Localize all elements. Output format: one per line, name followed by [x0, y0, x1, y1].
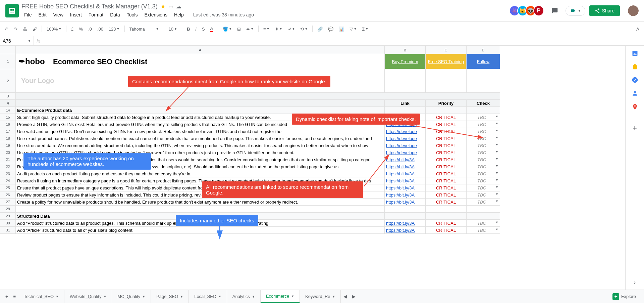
col-header-c[interactable]: C	[426, 46, 467, 54]
priority-cell[interactable]: CRITICAL	[426, 135, 467, 142]
name-box[interactable]: A76▼	[0, 38, 34, 44]
check-cell[interactable]: TBC ▼	[467, 191, 500, 199]
priority-cell[interactable]: CRITICAL	[426, 177, 467, 184]
row-header[interactable]: 19	[0, 142, 16, 149]
profile-avatar[interactable]	[628, 5, 639, 16]
link-header[interactable]: Link	[385, 100, 426, 107]
fill-color-btn[interactable]: 🪣 ▼	[221, 25, 234, 33]
print-icon[interactable]: 🖶	[21, 25, 29, 33]
row-header[interactable]: 25	[0, 184, 16, 191]
maps-icon[interactable]	[632, 103, 638, 110]
dec-decrease-btn[interactable]: .0	[86, 25, 94, 33]
check-cell[interactable]: TBC ▼	[467, 220, 500, 227]
merge-btn[interactable]: ⬌ ▼	[244, 25, 256, 33]
cell[interactable]: ✒hobo Ecommerce SEO Checklist	[16, 54, 385, 69]
add-icon[interactable]: +	[632, 124, 638, 131]
redo-icon[interactable]: ↷	[12, 25, 19, 33]
priority-cell[interactable]: CRITICAL	[426, 156, 467, 163]
row-header[interactable]: 23	[0, 170, 16, 177]
check-cell[interactable]: TBC ▼	[467, 227, 500, 234]
link-cell[interactable]: https://bit.ly/3A	[385, 184, 426, 191]
cell[interactable]: Use exact product names: Publishers shou…	[16, 135, 385, 142]
cell[interactable]: Use structured data: We recommend adding…	[16, 142, 385, 149]
strike-btn[interactable]: S	[200, 25, 207, 33]
cell[interactable]: Use valid and unique GTINs: Don't reuse …	[16, 128, 385, 135]
col-header-b[interactable]: B	[385, 46, 426, 54]
cell[interactable]: Create a policy for how unavailable prod…	[16, 199, 385, 206]
check-cell[interactable]: TBC ▼	[467, 199, 500, 206]
priority-cell[interactable]: CRITICAL	[426, 227, 467, 234]
check-cell[interactable]: TBC ▼	[467, 149, 500, 156]
sheet-tab[interactable]: Website_Quality ▼	[64, 290, 112, 303]
menu-extensions[interactable]: Extensions	[142, 11, 170, 19]
all-sheets-icon[interactable]: ≡	[11, 294, 19, 299]
last-edit-link[interactable]: Last edit was 38 minutes ago	[191, 11, 257, 19]
priority-cell[interactable]: CRITICAL	[426, 121, 467, 128]
check-cell[interactable]: TBC ▼	[467, 177, 500, 184]
priority-cell[interactable]: CRITICAL	[426, 149, 467, 156]
meet-button[interactable]: ▼	[566, 6, 585, 16]
contacts-icon[interactable]	[632, 90, 638, 97]
cell[interactable]: Add “Article” structured data to all of …	[16, 227, 385, 234]
valign-btn[interactable]: ⬍ ▼	[273, 25, 284, 33]
sheet-tab[interactable]: Ecommerce ▼	[261, 290, 300, 303]
row-header[interactable]: 18	[0, 135, 16, 142]
row-header[interactable]: 15	[0, 114, 16, 121]
link-cell[interactable]: https://develope	[385, 135, 426, 142]
check-cell[interactable]: TBC ▼	[467, 156, 500, 163]
priority-header[interactable]: Priority	[426, 100, 467, 107]
cloud-status-icon[interactable]: ☁	[176, 3, 181, 10]
cell[interactable]: Audit products on each product listing p…	[16, 170, 385, 177]
collaborator-avatars[interactable]: 👾 🐱 👽 P	[512, 5, 544, 16]
menu-view[interactable]: View	[51, 11, 66, 19]
scroll-left-icon[interactable]: ◀	[341, 294, 350, 299]
check-cell[interactable]: TBC ▼	[467, 114, 500, 121]
add-sheet-icon[interactable]: +	[3, 294, 11, 299]
borders-btn[interactable]: ⊞	[235, 25, 243, 33]
priority-cell[interactable]: CRITICAL	[426, 220, 467, 227]
buy-premium-link[interactable]: Buy Premium	[385, 54, 426, 69]
calendar-icon[interactable]: 31	[632, 50, 638, 56]
check-cell[interactable]: TBC ▼	[467, 163, 500, 170]
hide-panel-icon[interactable]: ›	[634, 279, 636, 286]
check-cell[interactable]: TBC ▼	[467, 184, 500, 191]
wrap-btn[interactable]: ⤶ ▼	[286, 25, 297, 33]
share-button[interactable]: Share	[589, 5, 620, 16]
chart-btn[interactable]: 📊	[337, 25, 346, 33]
halign-btn[interactable]: ≡ ▼	[261, 25, 272, 33]
currency-btn[interactable]: £	[69, 25, 75, 33]
link-cell[interactable]: https://develope	[385, 128, 426, 135]
format-btn[interactable]: 123 ▼	[107, 25, 122, 33]
priority-cell[interactable]: CRITICAL	[426, 170, 467, 177]
filter-btn[interactable]: ▽ ▼	[347, 25, 359, 33]
document-title[interactable]: FREE Hobo SEO Checklist & Task Manager (…	[21, 3, 158, 10]
cell[interactable]	[16, 100, 385, 107]
menu-insert[interactable]: Insert	[67, 11, 85, 19]
menu-edit[interactable]: Edit	[36, 11, 49, 19]
undo-icon[interactable]: ↶	[3, 25, 10, 33]
check-cell[interactable]: TBC ▼	[467, 142, 500, 149]
menu-file[interactable]: File	[21, 11, 35, 19]
star-icon[interactable]: ★	[160, 3, 166, 10]
italic-btn[interactable]: I	[193, 25, 199, 33]
row-header[interactable]: 4	[0, 100, 16, 107]
follow-link[interactable]: Follow	[467, 54, 500, 69]
sheet-tab[interactable]: Technical_SEO ▼	[18, 290, 64, 303]
priority-cell[interactable]: CRITICAL	[426, 142, 467, 149]
row-header[interactable]: 1	[0, 54, 16, 69]
link-cell[interactable]: https://develope	[385, 149, 426, 156]
menu-data[interactable]: Data	[107, 11, 123, 19]
sheet-tab[interactable]: Local_SEO ▼	[189, 290, 227, 303]
sheet-tab[interactable]: Keyword_Re ▼	[300, 290, 341, 303]
row-header[interactable]: 26	[0, 191, 16, 199]
fontsize-select[interactable]: 10 ▼	[167, 25, 179, 33]
sheet-tab[interactable]: Analytics ▼	[227, 290, 261, 303]
row-header[interactable]: 21	[0, 156, 16, 163]
collapse-toolbar-icon[interactable]: ᐱ	[634, 25, 641, 33]
link-cell[interactable]: https://bit.ly/3A	[385, 227, 426, 234]
row-header[interactable]: 16	[0, 121, 16, 128]
check-cell[interactable]: TBC ▼	[467, 121, 500, 128]
sheet-tab[interactable]: Page_SEO ▼	[151, 290, 189, 303]
text-color-btn[interactable]: A	[208, 25, 215, 33]
check-cell[interactable]: TBC ▼	[467, 128, 500, 135]
